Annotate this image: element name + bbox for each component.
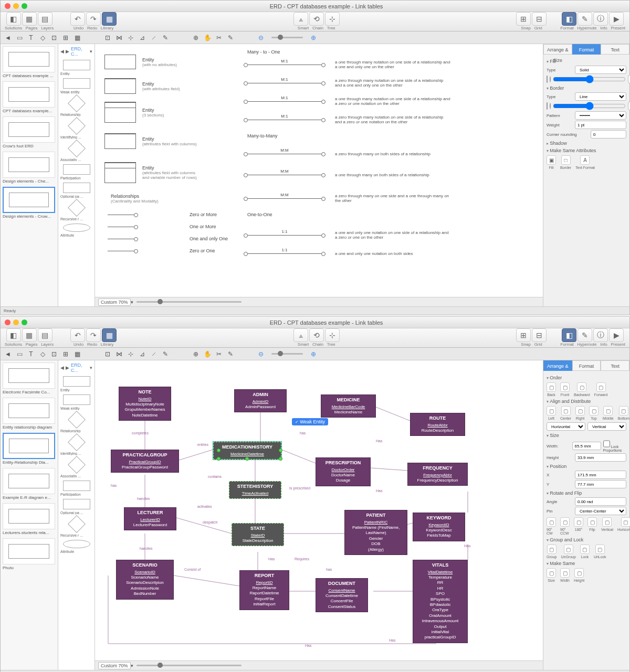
stencil-shape[interactable] bbox=[63, 499, 90, 509]
inspector-button[interactable]: ▢Group bbox=[547, 545, 556, 559]
stencil-shape[interactable] bbox=[63, 164, 90, 175]
page-thumb[interactable] bbox=[3, 538, 55, 564]
close-icon[interactable] bbox=[5, 319, 10, 325]
hypernote-button[interactable]: ✎ bbox=[578, 12, 592, 26]
canvas-area[interactable]: Weak Entity NOTENoteIDMultidisciplinaryN… bbox=[95, 360, 543, 660]
titlebar[interactable]: ERD - CPT databases example - Link table… bbox=[1, 317, 629, 328]
inspector-button[interactable]: ▢UnLock bbox=[594, 545, 606, 559]
inspector-button[interactable]: ▢Width bbox=[560, 568, 570, 582]
tab-format[interactable]: Format bbox=[572, 360, 601, 371]
tab-text[interactable]: Text bbox=[601, 44, 629, 55]
stencil-shape[interactable] bbox=[63, 60, 90, 70]
inspector-button[interactable]: ▢Horizontal bbox=[617, 517, 630, 535]
stencil-shape[interactable] bbox=[68, 199, 86, 217]
canvas-area[interactable]: Entity(with no attributes)Entity(with at… bbox=[95, 44, 543, 297]
tree-button[interactable]: ⊹ bbox=[325, 12, 340, 26]
snap-button[interactable]: ⊞ bbox=[516, 12, 531, 26]
erd-entity[interactable]: PRESCRIPTIONDoctorOrderDoctorNameDosage bbox=[316, 457, 371, 486]
inspector-button[interactable]: ▢Backward bbox=[574, 382, 590, 397]
relation-example[interactable]: M:Ma one through many on both sides of a… bbox=[245, 173, 450, 177]
inspector-button[interactable]: ▢Back bbox=[547, 382, 556, 397]
erd-entity[interactable]: PRACTICALGROUPPracticalGroupIDPracticalG… bbox=[111, 450, 179, 473]
stencil-shape[interactable] bbox=[68, 433, 86, 451]
notation-entity[interactable]: Entity(attributes field with columns and… bbox=[104, 162, 200, 183]
inspector-button[interactable]: ▢Center bbox=[560, 406, 571, 420]
stencil-shape[interactable] bbox=[68, 411, 86, 429]
erd-entity[interactable]: REPORTReportIDReportNameRaportDatetimeRe… bbox=[239, 570, 289, 610]
format-button[interactable]: ◧ bbox=[562, 12, 576, 26]
inspector-button[interactable]: ▢Vertical bbox=[601, 517, 613, 535]
erd-entity[interactable]: LECTURERLecturerIDLecturerPassword bbox=[124, 507, 176, 530]
pointer-icon[interactable]: ◄ bbox=[4, 34, 12, 42]
color-wheel-icon[interactable] bbox=[550, 103, 551, 109]
close-icon[interactable] bbox=[5, 3, 10, 9]
page-thumb[interactable] bbox=[3, 503, 55, 529]
layers-button[interactable]: ▤ bbox=[38, 12, 52, 26]
cardinality-row[interactable]: One and only One bbox=[104, 236, 228, 241]
inspector-button[interactable]: ▢Left bbox=[547, 406, 556, 420]
page-thumb[interactable] bbox=[3, 468, 55, 494]
relation-example[interactable]: 1:1a one and only one notation on both s… bbox=[245, 251, 450, 256]
erd-entity[interactable]: KEYWORDKeywordIDKeywordDescFieldsToMap bbox=[413, 513, 465, 541]
undo-button[interactable]: ↶ bbox=[70, 12, 85, 26]
maximize-icon[interactable] bbox=[22, 3, 27, 9]
info-button[interactable]: ⓘ bbox=[593, 12, 608, 26]
erd-entity[interactable]: FREQUENCYFrequencyAbbrFrequencyDescripti… bbox=[407, 463, 468, 486]
stencil-shape[interactable] bbox=[63, 183, 90, 193]
zoom-out-icon[interactable]: ⊖ bbox=[257, 34, 265, 42]
erd-entity[interactable]: ADMINAdminIDAdminPassword bbox=[234, 389, 287, 412]
inspector-button[interactable]: ▢Flip bbox=[587, 517, 597, 535]
maximize-icon[interactable] bbox=[22, 319, 27, 325]
cardinality-row[interactable]: Zero or More bbox=[104, 212, 217, 217]
erd-entity[interactable]: STETEHISTORYTimeActivated bbox=[229, 481, 281, 499]
library-button[interactable]: ▦ bbox=[102, 12, 117, 26]
inspector-button[interactable]: ▢Forward bbox=[594, 382, 608, 397]
inspector-button[interactable]: ▢UnGroup bbox=[561, 545, 575, 559]
select-icon[interactable]: ▭ bbox=[15, 34, 24, 42]
erd-entity[interactable]: STATEStateIDStateDescription bbox=[232, 523, 284, 546]
erd-entity[interactable]: VITALSVitalDatetimeTemperatureRRHRSPOBPs… bbox=[413, 560, 468, 643]
tab-arrange[interactable]: Arrange & Size bbox=[543, 44, 572, 55]
page-thumb[interactable] bbox=[3, 187, 55, 213]
inspector-button[interactable]: ▢Size bbox=[547, 568, 556, 582]
page-thumb[interactable] bbox=[3, 362, 55, 389]
stencil-shape[interactable] bbox=[63, 540, 90, 548]
inspector-button[interactable]: ▢Right bbox=[575, 406, 585, 420]
solutions-button[interactable]: ◧ bbox=[6, 12, 21, 26]
stencil-shape[interactable] bbox=[68, 117, 86, 135]
tab-text[interactable]: Text bbox=[601, 360, 629, 371]
erd-entity[interactable]: SCENARIOScenarioIDScenarioNameScenarioDe… bbox=[116, 560, 174, 600]
cardinality-row[interactable]: Zero or One bbox=[104, 248, 215, 253]
zoom-in-icon[interactable]: ⊕ bbox=[309, 34, 318, 42]
notation-entity[interactable]: Entity(with attributes field) bbox=[104, 78, 200, 94]
canvas[interactable]: Entity(with no attributes)Entity(with at… bbox=[95, 44, 543, 306]
inspector-button[interactable]: ▢Top bbox=[589, 406, 598, 420]
cardinality-row[interactable]: One or More bbox=[104, 224, 216, 229]
stencil-shape[interactable] bbox=[63, 223, 90, 232]
inspector-button[interactable]: ▢Height bbox=[574, 568, 584, 582]
relation-example[interactable]: M:1a zero through many notation on one s… bbox=[245, 115, 450, 124]
titlebar[interactable]: ERD - CPT databases example - Link table… bbox=[1, 1, 629, 12]
pages-button[interactable]: ▦ bbox=[22, 12, 37, 26]
back-icon[interactable]: ◀ bbox=[60, 49, 64, 54]
stencil-shape[interactable] bbox=[68, 140, 86, 157]
inspector-button[interactable]: ▢180° bbox=[574, 517, 583, 535]
fill-type-select[interactable]: Solid bbox=[575, 66, 626, 74]
relation-example[interactable]: M:Ma zero through many on one side and a… bbox=[245, 194, 450, 203]
erd-entity[interactable]: PATIENTPatientNRICPatientName (FirstName… bbox=[344, 510, 407, 555]
notation-entity[interactable]: Entity(with no attributes) bbox=[104, 55, 200, 69]
minimize-icon[interactable] bbox=[13, 319, 19, 325]
smart-button[interactable]: ⟁ bbox=[293, 12, 308, 26]
stencil-shape[interactable] bbox=[63, 376, 90, 387]
inspector-button[interactable]: ▢90° CW bbox=[547, 517, 556, 535]
chain-button[interactable]: ⟲ bbox=[309, 12, 324, 26]
stencil-shape[interactable] bbox=[68, 456, 86, 474]
fwd-icon[interactable]: ▶ bbox=[66, 49, 69, 54]
stencil-shape[interactable] bbox=[63, 394, 90, 405]
notation-entity[interactable]: Entity(attributes field with columns) bbox=[104, 133, 200, 149]
erd-entity[interactable]: ROUTERouteAbbrRouteDescription bbox=[410, 413, 465, 436]
erd-entity[interactable]: DOCUMENTConsentNameConsentDatetimeConcen… bbox=[316, 578, 368, 612]
erd-entity[interactable]: NOTENoteIDMultidisciplinaryNoteGropuMemb… bbox=[119, 387, 171, 421]
page-thumb[interactable] bbox=[3, 433, 55, 459]
text-icon[interactable]: T bbox=[27, 34, 35, 42]
